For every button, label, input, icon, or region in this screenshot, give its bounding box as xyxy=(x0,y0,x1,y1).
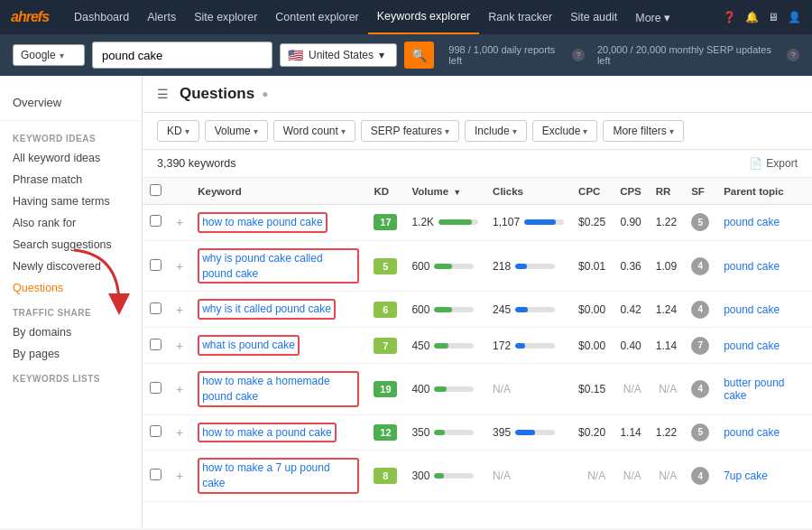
row-checkbox-cell[interactable] xyxy=(143,363,169,414)
volume-column[interactable]: Volume ▼ xyxy=(404,178,485,205)
kd-filter-button[interactable]: KD ▾ xyxy=(157,120,199,142)
sidebar-item-also-rank-for[interactable]: Also rank for xyxy=(0,212,142,234)
row-checkbox[interactable] xyxy=(150,259,161,271)
row-checkbox-cell[interactable] xyxy=(143,292,169,328)
row-add-cell[interactable]: + xyxy=(169,292,190,328)
parent-topic-link[interactable]: butter pound cake xyxy=(724,377,784,402)
volume-value: 400 xyxy=(411,383,429,395)
row-checkbox[interactable] xyxy=(150,215,161,227)
cps-value: N/A xyxy=(623,470,641,482)
keyword-link[interactable]: how to make a pound cake xyxy=(202,426,331,439)
country-select[interactable]: 🇺🇸 United States ▾ xyxy=(280,43,397,67)
include-filter-button[interactable]: Include ▾ xyxy=(465,120,527,142)
sf-badge: 5 xyxy=(691,423,709,442)
row-add-cell[interactable]: + xyxy=(169,328,190,364)
parent-topic-link[interactable]: pound cake xyxy=(724,303,780,316)
parent-topic-link[interactable]: pound cake xyxy=(724,216,780,228)
kd-cell: 6 xyxy=(366,292,404,328)
sidebar-item-overview[interactable]: Overview xyxy=(0,88,142,121)
clicks-bar-fill xyxy=(515,343,525,349)
row-checkbox[interactable] xyxy=(150,382,161,394)
sidebar-item-questions[interactable]: Questions xyxy=(0,277,142,299)
nav-dashboard[interactable]: Dashboard xyxy=(65,0,138,34)
parent-topic-link[interactable]: pound cake xyxy=(724,426,780,439)
nav-site-audit[interactable]: Site audit xyxy=(561,0,626,34)
nav-content-explorer[interactable]: Content explorer xyxy=(266,0,367,34)
keyword-cell: how to make a homemade pound cake xyxy=(190,363,366,414)
nav-keywords-explorer[interactable]: Keywords explorer xyxy=(368,0,480,34)
keyword-link[interactable]: why is it called pound cake xyxy=(202,302,331,315)
user-icon[interactable]: 👤 xyxy=(788,11,801,23)
row-checkbox-cell[interactable] xyxy=(143,451,169,502)
exclude-filter-button[interactable]: Exclude ▾ xyxy=(532,120,598,142)
search-button[interactable]: 🔍 xyxy=(404,42,434,69)
search-engine-select[interactable]: Google ▾ xyxy=(13,44,85,66)
table-row: + what is pound cake 7 450 172 xyxy=(143,328,812,364)
row-checkbox[interactable] xyxy=(150,469,161,480)
more-filters-button[interactable]: More filters ▾ xyxy=(603,120,683,142)
sidebar-item-search-suggestions[interactable]: Search suggestions xyxy=(0,234,142,256)
monthly-info-icon[interactable]: ? xyxy=(787,49,799,61)
keyword-link[interactable]: how to make a homemade pound cake xyxy=(202,375,329,403)
row-checkbox[interactable] xyxy=(150,425,161,437)
sidebar-item-having-same-terms[interactable]: Having same terms xyxy=(0,191,142,212)
row-add-cell[interactable]: + xyxy=(169,414,190,451)
help-icon[interactable]: ❓ xyxy=(723,11,736,23)
chevron-down-icon: ▾ xyxy=(512,126,517,136)
sf-badge: 7 xyxy=(691,337,709,355)
nav-site-explorer[interactable]: Site explorer xyxy=(185,0,266,34)
sidebar-item-phrase-match[interactable]: Phrase match xyxy=(0,169,142,191)
monitor-icon[interactable]: 🖥 xyxy=(768,11,779,23)
keyword-link[interactable]: how to make pound cake xyxy=(202,216,322,228)
sidebar-item-by-domains[interactable]: By domains xyxy=(0,321,142,343)
parent-topic-link[interactable]: pound cake xyxy=(724,339,780,352)
serp-features-filter-button[interactable]: SERP features ▾ xyxy=(361,120,459,142)
volume-filter-button[interactable]: Volume ▾ xyxy=(205,120,268,142)
row-add-cell[interactable]: + xyxy=(169,451,190,502)
sidebar-item-by-pages[interactable]: By pages xyxy=(0,343,142,365)
cpc-cell: $0.25 xyxy=(571,205,613,241)
sf-cell: 5 xyxy=(684,205,716,241)
nav-alerts[interactable]: Alerts xyxy=(138,0,185,34)
nav-more[interactable]: More ▾ xyxy=(626,0,679,34)
parent-topic-link[interactable]: 7up cake xyxy=(724,470,768,482)
search-input[interactable] xyxy=(92,42,272,69)
row-checkbox-cell[interactable] xyxy=(143,205,169,241)
keyword-cell: how to make a pound cake xyxy=(190,414,366,451)
row-checkbox-cell[interactable] xyxy=(143,240,169,292)
select-all-column[interactable] xyxy=(143,178,169,205)
row-add-cell[interactable]: + xyxy=(169,363,190,414)
parent-topic-link[interactable]: pound cake xyxy=(724,260,780,273)
export-button[interactable]: 📄 Export xyxy=(749,157,798,170)
keyword-link[interactable]: why is pound cake called pound cake xyxy=(202,252,322,280)
row-checkbox-cell[interactable] xyxy=(143,414,169,451)
clicks-bar-fill xyxy=(515,307,528,312)
main-layout: Overview KEYWORD IDEAS All keyword ideas… xyxy=(0,76,812,528)
rr-value: 1.22 xyxy=(656,216,677,228)
notification-icon[interactable]: 🔔 xyxy=(745,11,759,23)
parent-topic-cell: pound cake xyxy=(716,240,812,292)
top-navigation: ahrefs Dashboard Alerts Site explorer Co… xyxy=(0,0,812,34)
row-checkbox[interactable] xyxy=(150,339,161,350)
kd-column: KD xyxy=(366,178,404,205)
question-mark-icon[interactable]: ● xyxy=(262,88,268,100)
sidebar-item-all-keyword-ideas[interactable]: All keyword ideas xyxy=(0,147,142,169)
cps-column: CPS xyxy=(613,178,649,205)
sidebar-item-newly-discovered[interactable]: Newly discovered xyxy=(0,256,142,277)
keyword-link[interactable]: how to make a 7 up pound cake xyxy=(202,461,329,489)
row-add-cell[interactable]: + xyxy=(169,205,190,241)
country-label: United States xyxy=(309,49,374,61)
kd-badge: 7 xyxy=(374,338,397,354)
hamburger-icon[interactable]: ☰ xyxy=(157,87,169,101)
parent-topic-cell: pound cake xyxy=(716,205,812,241)
keyword-link[interactable]: what is pound cake xyxy=(202,339,295,351)
select-all-checkbox[interactable] xyxy=(150,184,161,196)
row-checkbox-cell[interactable] xyxy=(143,328,169,364)
nav-rank-tracker[interactable]: Rank tracker xyxy=(479,0,561,34)
volume-bar-bg xyxy=(438,219,478,225)
row-add-cell[interactable]: + xyxy=(169,240,190,292)
daily-info-icon[interactable]: ? xyxy=(572,49,585,61)
word-count-filter-button[interactable]: Word count ▾ xyxy=(273,120,355,142)
cpc-value: $0.25 xyxy=(578,216,605,228)
row-checkbox[interactable] xyxy=(150,302,161,314)
